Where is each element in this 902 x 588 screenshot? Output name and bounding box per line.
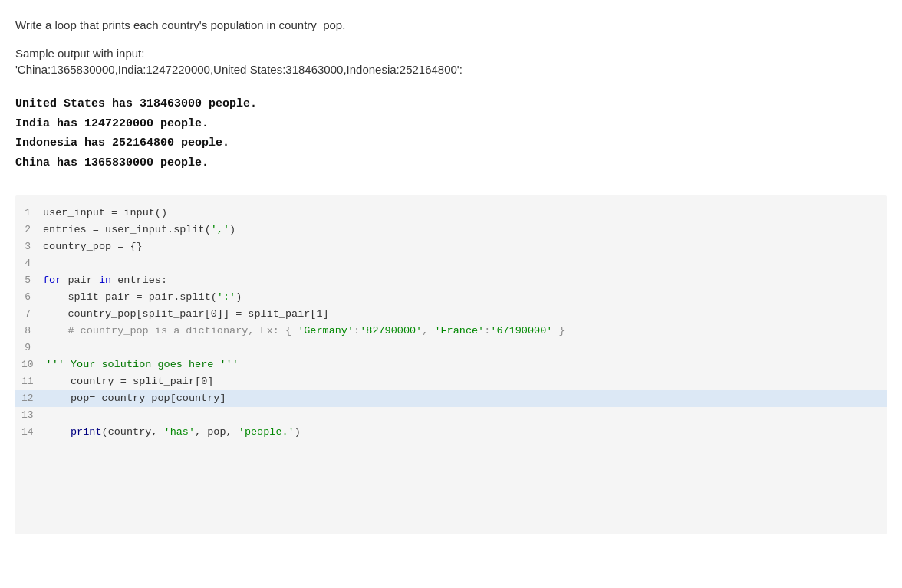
code-line-empty-2 — [15, 458, 887, 475]
output-line-4: China has 1365830000 people. — [15, 153, 887, 173]
code-line-5: 5 for pair in entries: — [15, 272, 887, 289]
code-line-1: 1 user_input = input() — [15, 205, 887, 222]
code-line-11: 11 country = split_pair[0] — [15, 373, 887, 390]
description-text: Write a loop that prints each country's … — [15, 18, 887, 31]
code-line-10: 10 ''' Your solution goes here ''' — [15, 356, 887, 373]
code-line-empty-5 — [15, 508, 887, 525]
code-line-12[interactable]: 12 pop= country_pop[country] — [15, 390, 887, 407]
code-line-2: 2 entries = user_input.split(',') — [15, 222, 887, 238]
code-line-4: 4 — [15, 255, 887, 272]
code-editor[interactable]: 1 user_input = input() 2 entries = user_… — [15, 195, 887, 534]
code-line-empty-4 — [15, 491, 887, 508]
sample-label: Sample output with input: — [15, 47, 887, 60]
output-line-1: United States has 318463000 people. — [15, 94, 887, 114]
code-line-6: 6 split_pair = pair.split(':') — [15, 289, 887, 306]
code-line-9: 9 — [15, 340, 887, 356]
code-line-empty-1 — [15, 441, 887, 458]
output-block: United States has 318463000 people. Indi… — [15, 94, 887, 172]
output-line-3: Indonesia has 252164800 people. — [15, 133, 887, 153]
code-line-13: 13 — [15, 407, 887, 424]
code-line-14: 14 print(country, 'has', pop, 'people.') — [15, 424, 887, 441]
output-line-2: India has 1247220000 people. — [15, 114, 887, 134]
code-line-empty-3 — [15, 475, 887, 491]
sample-input: 'China:1365830000,India:1247220000,Unite… — [15, 63, 887, 76]
code-line-3: 3 country_pop = {} — [15, 238, 887, 255]
code-line-7: 7 country_pop[split_pair[0]] = split_pai… — [15, 306, 887, 323]
code-line-8: 8 # country_pop is a dictionary, Ex: { '… — [15, 323, 887, 340]
